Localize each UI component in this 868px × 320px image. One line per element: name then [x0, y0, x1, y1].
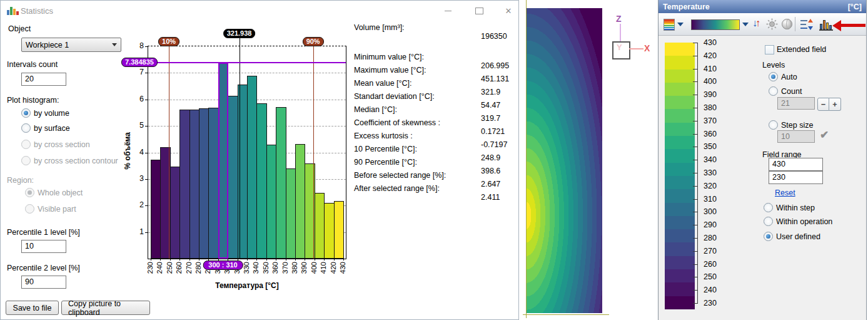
histogram-bar[interactable] [266, 145, 276, 259]
x-tick-mark [276, 259, 276, 261]
stat-label: Excess kurtosis : [354, 132, 515, 140]
histogram-bar[interactable] [228, 96, 238, 259]
colorbar-band [665, 83, 695, 96]
colorbar-band [665, 176, 695, 189]
colorbar-axis [697, 43, 698, 304]
colorbar-tick [693, 186, 697, 187]
colorbar-tick [693, 225, 697, 225]
radio-by-volume[interactable]: by volume [21, 108, 69, 118]
y-tick-label: 3 [132, 174, 144, 183]
y-tick-label: 8 [132, 41, 144, 50]
colorbar-band [665, 242, 695, 255]
axis-x-line [629, 48, 643, 49]
palette-presets-icon[interactable] [664, 19, 675, 31]
colorbar-tick-label: 410 [704, 65, 717, 73]
radio-user-defined[interactable]: User defined [764, 232, 820, 241]
histogram-bar[interactable] [256, 103, 266, 259]
colormap-dropdown-caret-icon[interactable] [742, 23, 749, 26]
extended-field-checkbox[interactable] [765, 45, 774, 54]
chart-x-axis-title: Температура [°C] [148, 281, 346, 290]
histogram-bar[interactable] [199, 108, 209, 259]
axis-x-label: X [644, 43, 650, 53]
extended-field-label: Extended field [777, 45, 826, 54]
object-dropdown[interactable]: Workpiece 1 [21, 38, 121, 52]
count-plus-button[interactable]: + [829, 98, 841, 111]
radio-icon [25, 204, 34, 214]
radio-within-step[interactable]: Within step [764, 203, 815, 212]
histogram-bar[interactable] [286, 168, 296, 259]
apply-checkmark-icon[interactable]: ✔ [820, 128, 829, 142]
palette-dropdown-caret-icon[interactable] [677, 23, 684, 26]
colorbar-tick-label: 240 [704, 286, 717, 294]
field-range-max-input[interactable]: 430 [769, 158, 823, 171]
y-tick-label: 4 [132, 148, 144, 157]
stat-row: Minimum value [°C]:206.995 [354, 53, 515, 66]
brightness-sun-icon[interactable] [766, 18, 778, 30]
stat-label: 10 Percentile [°C]: [354, 145, 515, 153]
field-range-min-input[interactable]: 230 [769, 171, 823, 184]
histogram-bar[interactable] [334, 201, 344, 259]
histogram-bar[interactable] [170, 167, 180, 259]
sphere-shading-icon[interactable] [781, 18, 793, 30]
colorbar-band [665, 96, 695, 109]
x-tick-label: 230 [146, 262, 154, 274]
histogram-bar[interactable] [315, 193, 325, 259]
x-tick-mark [295, 259, 296, 261]
radio-visible-part: Visible part [25, 204, 76, 214]
colorbar-tick-label: 230 [704, 299, 717, 307]
histogram-bar[interactable] [151, 160, 161, 259]
scale-levels-icon[interactable] [800, 19, 813, 30]
radio-whole-object: Whole object [25, 188, 83, 197]
close-button[interactable]: ✕ [499, 4, 518, 17]
radio-levels-auto[interactable]: Auto [769, 72, 797, 81]
stat-row: Coefficient of skewness :0.1721 [354, 118, 515, 132]
object-dropdown-value: Workpiece 1 [26, 41, 112, 49]
y-tick-label: 6 [132, 95, 144, 103]
colorbar-tick-label: 430 [704, 38, 717, 47]
mean-badge: 321.938 [223, 29, 256, 38]
histogram-tool-icon[interactable] [819, 18, 833, 31]
colorbar-band [665, 203, 695, 216]
radio-within-operation[interactable]: Within operation [764, 217, 832, 226]
copy-picture-button[interactable]: Copy picture to clipboard [61, 301, 150, 315]
intervals-input[interactable]: 20 [21, 73, 66, 86]
colorbar-band [665, 296, 695, 309]
radio-by-surface[interactable]: by surface [21, 123, 70, 133]
gridline [148, 73, 346, 73]
colorbar-tick [693, 56, 697, 56]
histogram-bar[interactable] [189, 110, 199, 259]
stat-value: 2.411 [481, 193, 500, 202]
colorbar-tick [693, 160, 697, 160]
histogram-bar[interactable] [295, 144, 305, 259]
percentile1-input[interactable]: 10 [21, 240, 66, 253]
level-line [148, 62, 346, 63]
stat-row: Maximum value [°C]:451.131 [354, 66, 515, 79]
histogram-bar[interactable] [208, 108, 218, 259]
radio-levels-count[interactable]: Count [769, 86, 802, 96]
radio-levels-step-size[interactable]: Step size [769, 120, 813, 130]
histogram-bar[interactable] [276, 107, 286, 259]
stat-label: Standart deviation [°C]: [354, 92, 515, 101]
maximize-button[interactable] [470, 4, 488, 17]
temperature-field-view[interactable] [527, 8, 602, 313]
colorbar-tick-label: 250 [704, 272, 717, 281]
swap-direction-icon[interactable]: ↓↑ [752, 18, 759, 29]
histogram-bar[interactable] [179, 110, 189, 259]
reset-link[interactable]: Reset [775, 188, 795, 197]
colormap-gradient-icon[interactable] [691, 19, 740, 30]
percentile2-input[interactable]: 90 [21, 276, 66, 289]
colorbar-tick-label: 270 [704, 247, 717, 255]
chevron-down-icon [112, 43, 117, 46]
count-minus-button[interactable]: − [817, 98, 829, 111]
colorbar-tick [693, 69, 697, 70]
save-to-file-button[interactable]: Save to file [6, 301, 59, 315]
histogram-bar[interactable] [247, 76, 257, 259]
histogram-bar[interactable] [324, 203, 334, 259]
colorbar-tick-label: 340 [704, 155, 717, 164]
minimize-button[interactable] [438, 4, 457, 17]
y-tick-mark [145, 179, 148, 180]
histogram-bar[interactable] [218, 63, 228, 259]
radio-icon [764, 203, 773, 212]
maximize-icon [475, 8, 483, 14]
y-tick-mark [145, 46, 148, 47]
